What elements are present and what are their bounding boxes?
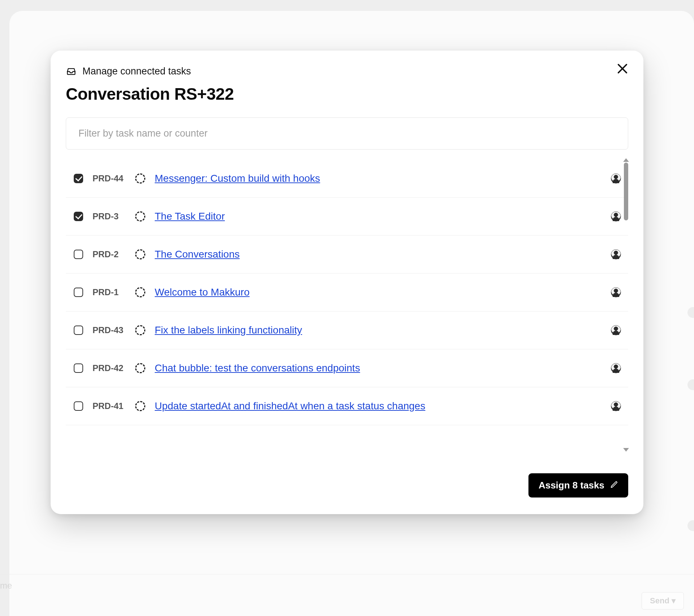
task-title-link[interactable]: Fix the labels linking functionality xyxy=(155,324,302,336)
task-title-link[interactable]: Chat bubble: test the conversations endp… xyxy=(155,362,360,374)
task-row: PRD-2The Conversations xyxy=(66,236,628,273)
task-title-link[interactable]: Welcome to Makkuro xyxy=(155,287,249,298)
task-id: PRD-43 xyxy=(93,325,126,335)
task-title-link[interactable]: Update startedAt and finishedAt when a t… xyxy=(155,400,425,412)
task-checkbox[interactable] xyxy=(74,363,83,373)
task-id: PRD-42 xyxy=(93,363,126,373)
task-checkbox[interactable] xyxy=(74,326,83,335)
modal-subtitle: Manage connected tasks xyxy=(82,66,191,77)
task-row: PRD-1Welcome to Makkuro xyxy=(66,273,628,311)
task-row: PRD-42Chat bubble: test the conversation… xyxy=(66,349,628,387)
task-checkbox[interactable] xyxy=(74,212,83,221)
assignee-avatar[interactable] xyxy=(611,401,621,411)
scrollbar[interactable] xyxy=(623,158,629,452)
task-id: PRD-41 xyxy=(93,401,126,411)
status-icon xyxy=(135,401,145,411)
task-row: PRD-41Update startedAt and finishedAt wh… xyxy=(66,387,628,425)
modal-overlay: Manage connected tasks Conversation RS+3… xyxy=(0,0,694,616)
assignee-avatar[interactable] xyxy=(611,173,621,184)
manage-tasks-modal: Manage connected tasks Conversation RS+3… xyxy=(51,51,643,514)
modal-title: Conversation RS+322 xyxy=(66,84,628,104)
task-checkbox[interactable] xyxy=(74,288,83,297)
task-list[interactable]: PRD-44Messenger: Custom build with hooks… xyxy=(66,157,628,453)
task-row: PRD-43Fix the labels linking functionali… xyxy=(66,311,628,349)
status-icon xyxy=(135,363,145,373)
status-icon xyxy=(135,249,145,259)
assignee-avatar[interactable] xyxy=(611,287,621,297)
modal-header: Manage connected tasks xyxy=(66,66,628,77)
assign-button-label: Assign 8 tasks xyxy=(539,480,604,491)
scroll-down-icon[interactable] xyxy=(623,448,629,452)
assignee-avatar[interactable] xyxy=(611,325,621,335)
assign-tasks-button[interactable]: Assign 8 tasks xyxy=(528,473,628,497)
close-icon xyxy=(616,63,629,76)
assignee-avatar[interactable] xyxy=(611,211,621,221)
task-id: PRD-3 xyxy=(93,211,126,221)
close-button[interactable] xyxy=(614,61,630,77)
filter-input[interactable] xyxy=(66,118,628,149)
scroll-up-icon[interactable] xyxy=(623,158,629,162)
task-id: PRD-2 xyxy=(93,249,126,259)
status-icon xyxy=(135,287,145,297)
task-id: PRD-1 xyxy=(93,287,126,297)
task-list-container: PRD-44Messenger: Custom build with hooks… xyxy=(66,157,628,453)
modal-footer: Assign 8 tasks xyxy=(66,473,628,497)
scroll-track[interactable] xyxy=(624,162,628,448)
task-title-link[interactable]: The Task Editor xyxy=(155,211,225,222)
task-title-link[interactable]: The Conversations xyxy=(155,249,240,260)
status-icon xyxy=(135,325,145,335)
task-checkbox[interactable] xyxy=(74,250,83,259)
task-id: PRD-44 xyxy=(93,173,126,184)
pencil-icon xyxy=(610,480,618,491)
assignee-avatar[interactable] xyxy=(611,363,621,373)
inbox-icon xyxy=(66,66,77,77)
filter-field[interactable] xyxy=(66,117,628,150)
scroll-thumb[interactable] xyxy=(624,163,628,220)
assignee-avatar[interactable] xyxy=(611,249,621,259)
task-title-link[interactable]: Messenger: Custom build with hooks xyxy=(155,173,320,184)
task-checkbox[interactable] xyxy=(74,174,83,183)
task-checkbox[interactable] xyxy=(74,401,83,411)
status-icon xyxy=(135,211,145,221)
task-row: PRD-44Messenger: Custom build with hooks xyxy=(66,164,628,198)
status-icon xyxy=(135,173,145,184)
task-row: PRD-3The Task Editor xyxy=(66,198,628,236)
